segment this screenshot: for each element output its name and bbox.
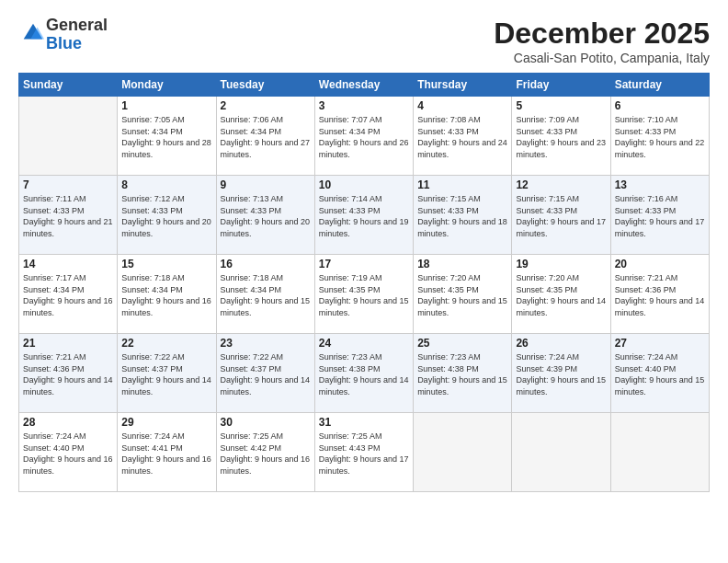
day-info: Sunrise: 7:14 AMSunset: 4:33 PMDaylight:… [319, 193, 409, 239]
day-cell [610, 413, 709, 492]
page: General Blue December 2025 Casali-San Po… [0, 0, 728, 563]
header-monday: Monday [118, 74, 216, 97]
day-info: Sunrise: 7:24 AMSunset: 4:40 PMDaylight:… [615, 351, 705, 397]
day-number: 23 [221, 337, 311, 350]
day-number: 15 [121, 258, 211, 270]
week-row-4: 21Sunrise: 7:21 AMSunset: 4:36 PMDayligh… [19, 334, 710, 413]
day-number: 19 [516, 258, 606, 270]
day-number: 30 [221, 416, 311, 429]
day-info: Sunrise: 7:13 AMSunset: 4:33 PMDaylight:… [221, 193, 311, 239]
day-cell: 4Sunrise: 7:08 AMSunset: 4:33 PMDaylight… [414, 97, 512, 176]
day-cell: 19Sunrise: 7:20 AMSunset: 4:35 PMDayligh… [512, 255, 610, 334]
day-info: Sunrise: 7:18 AMSunset: 4:34 PMDaylight:… [121, 272, 211, 318]
day-cell: 5Sunrise: 7:09 AMSunset: 4:33 PMDaylight… [512, 97, 610, 176]
day-cell: 3Sunrise: 7:07 AMSunset: 4:34 PMDaylight… [314, 97, 413, 176]
day-info: Sunrise: 7:24 AMSunset: 4:41 PMDaylight:… [121, 431, 211, 477]
day-info: Sunrise: 7:23 AMSunset: 4:38 PMDaylight:… [417, 351, 507, 397]
day-info: Sunrise: 7:21 AMSunset: 4:36 PMDaylight:… [23, 351, 113, 397]
day-number: 6 [615, 99, 705, 112]
day-info: Sunrise: 7:05 AMSunset: 4:34 PMDaylight:… [121, 114, 211, 160]
header-thursday: Thursday [414, 74, 512, 97]
day-number: 20 [615, 258, 705, 270]
day-cell: 2Sunrise: 7:06 AMSunset: 4:34 PMDaylight… [216, 97, 314, 176]
day-info: Sunrise: 7:18 AMSunset: 4:34 PMDaylight:… [221, 272, 311, 318]
day-number: 13 [615, 178, 705, 191]
day-number: 5 [516, 99, 606, 112]
day-info: Sunrise: 7:22 AMSunset: 4:37 PMDaylight:… [121, 351, 211, 397]
day-info: Sunrise: 7:10 AMSunset: 4:33 PMDaylight:… [615, 114, 705, 160]
day-info: Sunrise: 7:22 AMSunset: 4:37 PMDaylight:… [221, 351, 311, 397]
day-cell: 25Sunrise: 7:23 AMSunset: 4:38 PMDayligh… [414, 334, 512, 413]
day-cell [512, 413, 610, 492]
day-cell: 20Sunrise: 7:21 AMSunset: 4:36 PMDayligh… [610, 255, 709, 334]
day-cell [19, 97, 118, 176]
day-number: 21 [23, 337, 113, 350]
day-info: Sunrise: 7:17 AMSunset: 4:34 PMDaylight:… [23, 272, 113, 318]
weekday-header-row: Sunday Monday Tuesday Wednesday Thursday… [19, 74, 710, 97]
day-number: 18 [417, 258, 507, 270]
header-friday: Friday [512, 74, 610, 97]
day-info: Sunrise: 7:20 AMSunset: 4:35 PMDaylight:… [516, 272, 606, 318]
day-number: 14 [23, 258, 113, 270]
day-cell: 23Sunrise: 7:22 AMSunset: 4:37 PMDayligh… [216, 334, 314, 413]
day-cell: 22Sunrise: 7:22 AMSunset: 4:37 PMDayligh… [118, 334, 216, 413]
day-number: 3 [319, 99, 409, 112]
day-cell: 24Sunrise: 7:23 AMSunset: 4:38 PMDayligh… [314, 334, 413, 413]
day-number: 9 [221, 178, 311, 191]
day-number: 22 [121, 337, 211, 350]
logo-general-text: General [46, 16, 108, 34]
day-cell: 8Sunrise: 7:12 AMSunset: 4:33 PMDaylight… [118, 176, 216, 255]
day-cell: 29Sunrise: 7:24 AMSunset: 4:41 PMDayligh… [118, 413, 216, 492]
day-info: Sunrise: 7:21 AMSunset: 4:36 PMDaylight:… [615, 272, 705, 318]
header-wednesday: Wednesday [314, 74, 413, 97]
day-number: 7 [23, 178, 113, 191]
title-block: December 2025 Casali-San Potito, Campani… [494, 17, 710, 65]
day-info: Sunrise: 7:24 AMSunset: 4:40 PMDaylight:… [23, 431, 113, 477]
day-cell [414, 413, 512, 492]
week-row-3: 14Sunrise: 7:17 AMSunset: 4:34 PMDayligh… [19, 255, 710, 334]
day-cell: 11Sunrise: 7:15 AMSunset: 4:33 PMDayligh… [414, 176, 512, 255]
day-cell: 13Sunrise: 7:16 AMSunset: 4:33 PMDayligh… [610, 176, 709, 255]
logo-icon [20, 20, 46, 46]
day-number: 2 [221, 99, 311, 112]
day-number: 29 [121, 416, 211, 429]
day-number: 16 [221, 258, 311, 270]
day-info: Sunrise: 7:25 AMSunset: 4:43 PMDaylight:… [319, 431, 409, 477]
day-cell: 18Sunrise: 7:20 AMSunset: 4:35 PMDayligh… [414, 255, 512, 334]
day-cell: 14Sunrise: 7:17 AMSunset: 4:34 PMDayligh… [19, 255, 118, 334]
month-title: December 2025 [494, 17, 710, 51]
day-info: Sunrise: 7:08 AMSunset: 4:33 PMDaylight:… [417, 114, 507, 160]
day-number: 8 [121, 178, 211, 191]
day-cell: 9Sunrise: 7:13 AMSunset: 4:33 PMDaylight… [216, 176, 314, 255]
logo: General Blue [18, 17, 108, 53]
calendar: Sunday Monday Tuesday Wednesday Thursday… [18, 73, 710, 492]
day-info: Sunrise: 7:23 AMSunset: 4:38 PMDaylight:… [319, 351, 409, 397]
day-info: Sunrise: 7:07 AMSunset: 4:34 PMDaylight:… [319, 114, 409, 160]
day-info: Sunrise: 7:12 AMSunset: 4:33 PMDaylight:… [121, 193, 211, 239]
day-number: 24 [319, 337, 409, 350]
day-info: Sunrise: 7:19 AMSunset: 4:35 PMDaylight:… [319, 272, 409, 318]
day-cell: 28Sunrise: 7:24 AMSunset: 4:40 PMDayligh… [19, 413, 118, 492]
location: Casali-San Potito, Campania, Italy [494, 51, 710, 65]
day-info: Sunrise: 7:15 AMSunset: 4:33 PMDaylight:… [417, 193, 507, 239]
day-info: Sunrise: 7:11 AMSunset: 4:33 PMDaylight:… [23, 193, 113, 239]
header-tuesday: Tuesday [216, 74, 314, 97]
day-cell: 16Sunrise: 7:18 AMSunset: 4:34 PMDayligh… [216, 255, 314, 334]
day-info: Sunrise: 7:09 AMSunset: 4:33 PMDaylight:… [516, 114, 606, 160]
day-cell: 12Sunrise: 7:15 AMSunset: 4:33 PMDayligh… [512, 176, 610, 255]
logo-blue-text: Blue [46, 34, 82, 52]
day-info: Sunrise: 7:15 AMSunset: 4:33 PMDaylight:… [516, 193, 606, 239]
day-cell: 7Sunrise: 7:11 AMSunset: 4:33 PMDaylight… [19, 176, 118, 255]
day-number: 26 [516, 337, 606, 350]
day-cell: 15Sunrise: 7:18 AMSunset: 4:34 PMDayligh… [118, 255, 216, 334]
day-info: Sunrise: 7:16 AMSunset: 4:33 PMDaylight:… [615, 193, 705, 239]
day-number: 1 [121, 99, 211, 112]
header: General Blue December 2025 Casali-San Po… [18, 17, 710, 65]
week-row-1: 1Sunrise: 7:05 AMSunset: 4:34 PMDaylight… [19, 97, 710, 176]
day-cell: 30Sunrise: 7:25 AMSunset: 4:42 PMDayligh… [216, 413, 314, 492]
day-cell: 21Sunrise: 7:21 AMSunset: 4:36 PMDayligh… [19, 334, 118, 413]
day-number: 27 [615, 337, 705, 350]
day-number: 28 [23, 416, 113, 429]
day-cell: 6Sunrise: 7:10 AMSunset: 4:33 PMDaylight… [610, 97, 709, 176]
day-cell: 1Sunrise: 7:05 AMSunset: 4:34 PMDaylight… [118, 97, 216, 176]
